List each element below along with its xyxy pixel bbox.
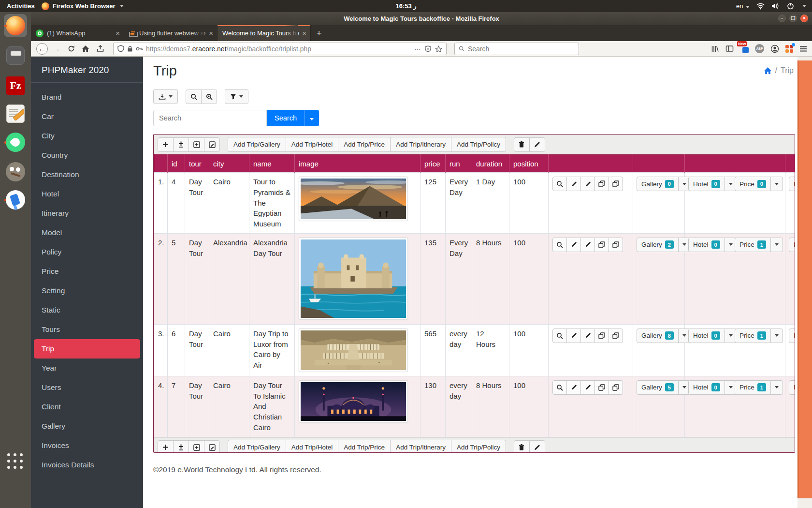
extension-icon[interactable] bbox=[785, 45, 793, 53]
add-trip-gallery-button[interactable]: Add Trip/Gallery bbox=[228, 440, 286, 453]
home-button[interactable] bbox=[78, 43, 93, 55]
col-position[interactable]: position bbox=[509, 155, 549, 173]
sidebar-item-hotel[interactable]: Hotel bbox=[31, 184, 143, 204]
sidebar-item-client[interactable]: Client bbox=[31, 397, 143, 417]
inline-edit-button[interactable] bbox=[580, 238, 595, 252]
lock-icon[interactable] bbox=[127, 45, 133, 52]
price-button[interactable]: Price1 bbox=[735, 238, 771, 252]
pocket-icon[interactable] bbox=[425, 45, 431, 52]
inline-add-button[interactable] bbox=[173, 440, 189, 453]
dock-android-studio[interactable] bbox=[4, 131, 27, 154]
reload-button[interactable] bbox=[64, 43, 78, 55]
search-button[interactable]: Search bbox=[267, 110, 304, 126]
col-image[interactable]: image bbox=[295, 155, 420, 173]
adblock-plus-icon[interactable]: ABP bbox=[755, 44, 764, 53]
sidebar-item-gallery[interactable]: Gallery bbox=[31, 417, 143, 436]
inline-copy-button[interactable] bbox=[609, 238, 623, 252]
dock-gimp[interactable] bbox=[4, 160, 27, 183]
close-button[interactable]: × bbox=[800, 15, 808, 22]
dock-text-editor[interactable] bbox=[4, 102, 27, 125]
tab-close-icon[interactable]: × bbox=[116, 30, 120, 37]
multi-edit-button[interactable] bbox=[529, 137, 545, 152]
tab-magic-tours[interactable]: Welcome to Magic Tours bac × bbox=[218, 25, 311, 41]
copy-button[interactable] bbox=[594, 177, 609, 191]
tab-close-icon[interactable]: × bbox=[209, 30, 213, 37]
delete-button[interactable] bbox=[514, 440, 530, 453]
dock-files[interactable] bbox=[4, 44, 27, 67]
sidebar-item-policy[interactable]: Policy bbox=[31, 242, 143, 262]
add-trip-itinerary-button[interactable]: Add Trip/Itinerary bbox=[390, 137, 451, 152]
filter-button[interactable] bbox=[225, 89, 248, 104]
inline-copy-button[interactable] bbox=[609, 329, 623, 343]
search-input[interactable] bbox=[153, 110, 267, 126]
price-dropdown-toggle[interactable] bbox=[770, 329, 783, 343]
maximize-button[interactable]: ❐ bbox=[789, 15, 797, 22]
edit-button[interactable] bbox=[566, 177, 581, 191]
view-button[interactable] bbox=[552, 238, 567, 252]
price-dropdown-toggle[interactable] bbox=[770, 238, 783, 252]
share-icon[interactable] bbox=[93, 43, 107, 55]
view-button[interactable] bbox=[552, 329, 567, 343]
sidebar-item-invoices[interactable]: Invoices bbox=[31, 436, 143, 455]
sidebar-item-invoices-details[interactable]: Invoices Details bbox=[31, 455, 143, 475]
trip-image-pyramids[interactable] bbox=[299, 177, 408, 221]
add-trip-price-button[interactable]: Add Trip/Price bbox=[338, 440, 391, 453]
inline-edit-button[interactable] bbox=[580, 329, 595, 343]
sidebar-item-country[interactable]: Country bbox=[31, 146, 143, 165]
gallery-button[interactable]: Gallery0 bbox=[637, 177, 679, 191]
minimize-button[interactable]: − bbox=[778, 15, 786, 22]
add-button[interactable] bbox=[158, 137, 174, 152]
grid-edit-button[interactable] bbox=[204, 137, 220, 152]
system-menu-chevron-icon[interactable] bbox=[802, 5, 806, 7]
sidebar-item-car[interactable]: Car bbox=[31, 107, 143, 126]
sidebar-toggle-icon[interactable] bbox=[725, 45, 734, 52]
browser-search-bar[interactable] bbox=[454, 43, 579, 55]
add-button[interactable] bbox=[158, 440, 174, 453]
sidebar-item-destination[interactable]: Destination bbox=[31, 165, 143, 184]
trip-image-mosque-night[interactable] bbox=[299, 380, 408, 423]
search-dropdown-toggle[interactable] bbox=[304, 110, 319, 126]
sidebar-item-city[interactable]: City bbox=[31, 126, 143, 146]
col-duration[interactable]: duration bbox=[472, 155, 509, 173]
inline-edit-button[interactable] bbox=[580, 177, 595, 191]
url-bar[interactable]: https://demos7.eracore.net/magic/backoff… bbox=[113, 43, 447, 55]
page-actions-icon[interactable]: ⋯ bbox=[414, 45, 421, 53]
itinerary-button[interactable]: Itinerary bbox=[789, 380, 795, 395]
grid-edit-button[interactable] bbox=[204, 440, 220, 453]
export-button[interactable] bbox=[153, 89, 178, 104]
page-scrollbar-thumb[interactable] bbox=[798, 60, 812, 498]
hotel-button[interactable]: Hotel0 bbox=[688, 238, 725, 252]
url-text[interactable]: https://demos7.eracore.net/magic/backoff… bbox=[146, 45, 411, 53]
price-dropdown-toggle[interactable] bbox=[770, 380, 783, 395]
multi-edit-button[interactable] bbox=[529, 440, 545, 453]
tracking-shield-icon[interactable] bbox=[117, 45, 124, 52]
add-trip-policy-button[interactable]: Add Trip/Policy bbox=[451, 440, 506, 453]
add-trip-itinerary-button[interactable]: Add Trip/Itinerary bbox=[390, 440, 451, 453]
key-icon[interactable] bbox=[136, 46, 143, 51]
back-button[interactable]: ← bbox=[35, 43, 49, 55]
trip-image-luxor-temple[interactable] bbox=[299, 329, 408, 372]
view-button[interactable] bbox=[552, 380, 567, 395]
add-trip-policy-button[interactable]: Add Trip/Policy bbox=[451, 137, 506, 152]
dock-app-grid[interactable] bbox=[4, 450, 27, 473]
forward-button[interactable]: → bbox=[49, 43, 64, 55]
col-run[interactable]: run bbox=[446, 155, 472, 173]
price-button[interactable]: Price0 bbox=[735, 177, 771, 191]
inline-add-button[interactable] bbox=[173, 137, 189, 152]
grid-add-button[interactable] bbox=[188, 440, 204, 453]
add-trip-gallery-button[interactable]: Add Trip/Gallery bbox=[228, 137, 286, 152]
inline-edit-button[interactable] bbox=[580, 380, 595, 395]
sidebar-item-year[interactable]: Year bbox=[31, 359, 143, 378]
dock-filezilla[interactable]: Fz bbox=[4, 74, 27, 97]
trip-image-citadel[interactable] bbox=[299, 238, 408, 320]
sidebar-item-tours[interactable]: Tours bbox=[31, 320, 143, 339]
dock-firefox[interactable] bbox=[4, 14, 27, 37]
col-city[interactable]: city bbox=[209, 155, 249, 173]
sidebar-item-price[interactable]: Price bbox=[31, 262, 143, 281]
delete-button[interactable] bbox=[514, 137, 530, 152]
col-tour[interactable]: tour bbox=[185, 155, 209, 173]
sidebar-item-itinerary[interactable]: Itinerary bbox=[31, 204, 143, 223]
hotel-button[interactable]: Hotel0 bbox=[688, 380, 725, 395]
dock-phone-app[interactable] bbox=[4, 188, 27, 211]
account-icon[interactable] bbox=[770, 45, 779, 53]
